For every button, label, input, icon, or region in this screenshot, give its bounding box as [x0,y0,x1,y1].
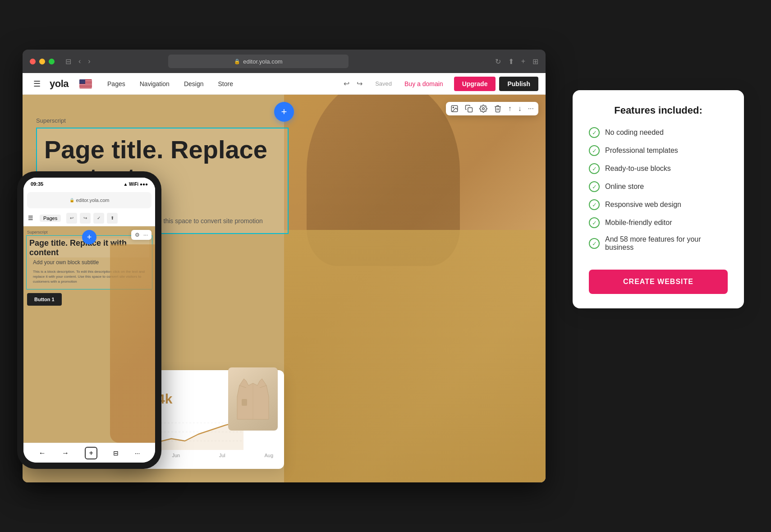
image-toolbar-icon[interactable] [450,105,459,113]
check-icon-2: ✓ [589,145,600,156]
phone-button-1[interactable]: Button 1 [27,293,62,306]
feature-item-7: ✓ And 58 more features for your business [589,235,728,252]
minimize-button[interactable] [39,59,45,64]
reload-icon[interactable]: ↻ [495,57,501,66]
phone-hamburger-icon[interactable]: ☰ [28,215,33,221]
tab-group-icon[interactable]: ⊞ [532,57,538,66]
saved-status: Saved [370,80,397,87]
more-options-toolbar-icon[interactable]: ··· [528,105,534,113]
phone-back-icon[interactable]: ← [39,449,46,457]
upgrade-button[interactable]: Upgrade [454,77,496,91]
add-section-button[interactable]: + [274,102,294,122]
check-icon-7: ✓ [589,238,600,249]
sidebar-toggle-icon[interactable]: ⊟ [64,56,73,67]
element-toolbar: ↑ ↓ ··· [446,102,538,115]
feature-text-7: And 58 more features for your business [605,235,728,252]
svg-rect-8 [242,399,247,406]
phone-check-icon[interactable]: ✓ [93,213,104,224]
svg-point-3 [482,108,484,110]
feature-item-4: ✓ Online store [589,181,728,192]
undo-icon[interactable]: ↩ [342,78,351,90]
product-image [228,367,278,431]
phone-bottom-bar: ← → + ⊟ ··· [23,443,155,463]
move-down-toolbar-icon[interactable]: ↓ [518,105,522,113]
month-aug: Aug [264,453,273,458]
plus-icon: + [281,106,287,118]
svg-point-1 [453,107,454,108]
feature-item-1: ✓ No coding needed [589,127,728,138]
move-up-toolbar-icon[interactable]: ↑ [508,105,512,113]
feature-item-3: ✓ Ready-to-use blocks [589,163,728,174]
new-tab-icon[interactable]: + [521,57,525,66]
delete-toolbar-icon[interactable] [494,105,502,113]
phone-mockup: 09:35 ▲ WiFi ●●● 🔒 editor.yola.com ☰ Pag… [17,171,161,469]
nav-store[interactable]: Store [211,78,239,90]
close-button[interactable] [30,59,36,64]
toolbar-nav: Pages Navigation Design Store [101,78,239,90]
phone-add-bottom-icon[interactable]: + [85,447,97,459]
nav-pages[interactable]: Pages [101,78,132,90]
phone-model-image [110,244,155,443]
phone-screen: 09:35 ▲ WiFi ●●● 🔒 editor.yola.com ☰ Pag… [23,178,155,463]
feature-text-2: Professional templates [605,147,678,155]
browser-navigation: ⊟ ‹ › [64,56,92,67]
features-card: Features included: ✓ No coding needed ✓ … [573,90,744,308]
feature-item-5: ✓ Responsive web design [589,199,728,210]
phone-undo-icon[interactable]: ↩ [66,213,77,224]
model-body-shape [284,230,546,482]
month-jul: Jul [219,453,225,458]
yola-logo: yola [50,78,69,90]
phone-redo-icon[interactable]: ↪ [80,213,91,224]
superscript-label: Superscript [36,117,289,124]
phone-element-toolbar: ⚙ ··· [131,230,151,240]
share-icon[interactable]: ⬆ [508,57,514,66]
jacket-svg [235,374,271,424]
back-icon[interactable]: ‹ [77,56,83,66]
feature-text-1: No coding needed [605,128,664,137]
features-card-title: Features included: [589,105,728,116]
nav-navigation[interactable]: Navigation [133,78,176,90]
traffic-lights [30,59,55,64]
phone-forward-icon[interactable]: → [62,449,69,457]
phone-lock-icon: 🔒 [69,198,74,202]
browser-right-controls: ↻ ⬆ + ⊞ [495,57,538,66]
phone-settings-icon[interactable]: ⚙ [135,232,140,238]
copy-toolbar-icon[interactable] [465,105,473,113]
phone-pages-label[interactable]: Pages [40,215,61,222]
nav-design[interactable]: Design [178,78,210,90]
month-jun: Jun [172,453,180,458]
check-icon-4: ✓ [589,181,600,192]
phone-time: 09:35 [31,181,43,187]
feature-item-2: ✓ Professional templates [589,145,728,156]
feature-text-3: Ready-to-use blocks [605,165,671,173]
feature-text-6: Mobile-friendly editor [605,219,672,227]
settings-toolbar-icon[interactable] [479,105,487,113]
feature-text-5: Responsive web design [605,201,681,209]
phone-share-icon[interactable]: ⬆ [107,213,118,224]
redo-icon[interactable]: ↪ [355,78,364,90]
phone-status-icons: ▲ WiFi ●●● [123,182,148,187]
url-text: editor.yola.com [243,58,282,65]
phone-url: editor.yola.com [76,197,110,203]
phone-more-icon[interactable]: ··· [143,232,148,238]
phone-content: + ⚙ ··· Superscript Page title. Replace … [23,226,155,443]
maximize-button[interactable] [49,59,55,64]
phone-add-button[interactable]: + [82,230,96,244]
app-toolbar: ☰ yola Pages Navigation Design Store ↩ ↪… [23,73,546,95]
buy-domain-button[interactable]: Buy a domain [397,77,450,91]
phone-status-bar: 09:35 ▲ WiFi ●●● [23,178,155,190]
address-bar[interactable]: 🔒 editor.yola.com [168,55,349,68]
publish-button[interactable]: Publish [499,77,538,91]
phone-plus-icon: + [87,233,92,242]
forward-icon[interactable]: › [86,56,92,66]
language-flag-icon[interactable] [79,79,92,88]
hamburger-menu-button[interactable]: ☰ [30,75,44,92]
phone-more-bottom-icon[interactable]: ··· [135,449,140,457]
phone-address-bar[interactable]: 🔒 editor.yola.com [27,192,151,208]
create-website-button[interactable]: CREATE WEBSITE [589,270,728,294]
check-icon-3: ✓ [589,163,600,174]
phone-toolbar: ☰ Pages ↩ ↪ ✓ ⬆ [23,210,155,226]
phone-tab-icon[interactable]: ⊟ [113,449,119,457]
phone-nav: Pages ↩ ↪ ✓ ⬆ [36,213,121,224]
check-icon-5: ✓ [589,199,600,210]
